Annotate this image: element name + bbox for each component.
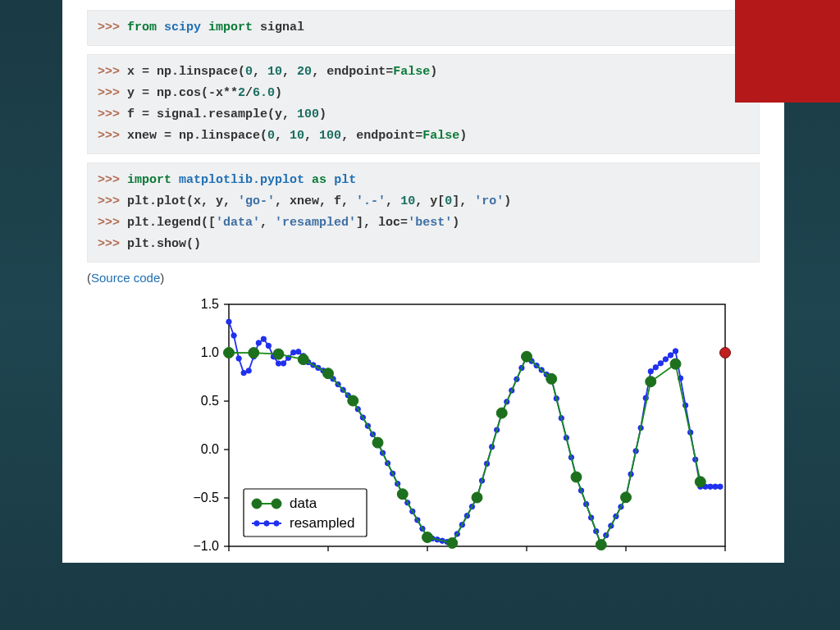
num: 6.0 xyxy=(253,86,275,100)
num: 20 xyxy=(297,65,312,79)
svg-point-117 xyxy=(713,484,718,489)
kw-import: import xyxy=(127,173,171,187)
svg-point-142 xyxy=(252,499,262,509)
prompt: >>> xyxy=(98,129,127,143)
code-text: ) xyxy=(319,107,326,121)
prompt: >>> xyxy=(98,237,127,251)
code-text: plt.legend([ xyxy=(127,216,216,230)
false-literal: False xyxy=(393,65,430,79)
svg-point-133 xyxy=(571,472,582,482)
svg-point-129 xyxy=(472,492,482,503)
svg-point-138 xyxy=(695,477,705,487)
code-text: signal xyxy=(253,21,304,34)
svg-text:1.5: 1.5 xyxy=(201,297,219,311)
code-text: / xyxy=(245,86,253,100)
svg-point-30 xyxy=(281,361,285,366)
svg-text:1.0: 1.0 xyxy=(201,345,219,359)
svg-text:data: data xyxy=(290,495,317,511)
code-text: , y[ xyxy=(415,194,445,208)
str: 'ro' xyxy=(474,194,504,208)
svg-point-104 xyxy=(648,369,653,374)
code-text: ) xyxy=(459,129,467,143)
svg-text:−0.5: −0.5 xyxy=(193,491,219,504)
svg-point-19 xyxy=(226,319,231,324)
svg-point-118 xyxy=(718,484,723,489)
code-text: ) xyxy=(275,86,282,100)
svg-point-134 xyxy=(596,540,606,550)
code-text: x = np.linspace( xyxy=(127,65,245,79)
svg-text:0.5: 0.5 xyxy=(201,394,219,408)
code-text: ], loc= xyxy=(356,216,408,230)
svg-point-126 xyxy=(397,489,408,500)
num: 10 xyxy=(400,194,415,208)
prompt: >>> xyxy=(98,173,127,187)
code-text: , xnew, f, xyxy=(275,194,356,208)
code-text: y = np.cos(-x** xyxy=(127,86,238,100)
svg-point-121 xyxy=(273,349,284,359)
str: 'go-' xyxy=(238,194,275,208)
code-text: ) xyxy=(452,216,459,230)
svg-point-20 xyxy=(231,333,236,338)
svg-point-122 xyxy=(298,354,308,365)
svg-point-32 xyxy=(290,349,295,354)
svg-point-128 xyxy=(447,537,458,548)
svg-point-132 xyxy=(546,373,557,384)
svg-point-25 xyxy=(256,340,261,345)
paren: ) xyxy=(160,271,164,285)
svg-point-147 xyxy=(264,521,269,526)
svg-point-131 xyxy=(522,351,532,362)
code-text: , endpoint= xyxy=(341,129,422,143)
svg-point-135 xyxy=(621,492,632,503)
chart-svg: −1.0−0.50.00.51.01.5dataresampled xyxy=(94,296,742,555)
svg-point-116 xyxy=(708,484,713,489)
code-text: , xyxy=(386,194,400,208)
mod-mpl: matplotlib.pyplot xyxy=(179,173,304,187)
svg-text:0.0: 0.0 xyxy=(201,442,219,456)
num: 100 xyxy=(319,129,341,143)
prompt: >>> xyxy=(98,65,127,79)
kw-from: from xyxy=(127,21,157,34)
code-text: ) xyxy=(430,65,437,79)
svg-text:resampled: resampled xyxy=(290,515,354,531)
code-block-1: >>> from scipy import signal xyxy=(87,10,760,46)
svg-point-123 xyxy=(323,368,334,379)
false-literal: False xyxy=(422,129,459,143)
kw-as: as xyxy=(312,173,326,187)
code-text: , xyxy=(260,216,275,230)
slide-body: >>> from scipy import signal >>> x = np.… xyxy=(62,0,784,563)
svg-point-119 xyxy=(224,348,235,358)
code-text: , endpoint= xyxy=(312,65,393,79)
code-block-3: >>> import matplotlib.pyplot as plt >>> … xyxy=(87,162,760,262)
svg-point-29 xyxy=(276,361,281,366)
svg-point-106 xyxy=(658,361,663,366)
svg-point-120 xyxy=(249,348,259,358)
code-text: ], xyxy=(452,194,474,208)
code-text: plt.show() xyxy=(127,237,201,251)
chart: −1.0−0.50.00.51.01.5dataresampled xyxy=(94,296,760,555)
svg-point-143 xyxy=(272,499,281,509)
svg-point-21 xyxy=(236,356,241,361)
code-text: ) xyxy=(504,194,511,208)
svg-point-148 xyxy=(274,521,279,526)
str: '.-' xyxy=(356,194,386,208)
alias-plt: plt xyxy=(334,173,356,187)
num: 0 xyxy=(267,129,275,143)
svg-point-137 xyxy=(670,358,681,369)
num: 10 xyxy=(267,65,282,79)
svg-point-125 xyxy=(372,437,383,448)
svg-text:−1.0: −1.0 xyxy=(193,539,219,553)
svg-point-146 xyxy=(254,521,259,526)
str: 'resampled' xyxy=(275,216,356,230)
num: 2 xyxy=(238,86,245,100)
svg-point-127 xyxy=(422,532,433,543)
prompt: >>> xyxy=(98,194,127,208)
num: 100 xyxy=(297,107,319,121)
num: 10 xyxy=(290,129,304,143)
svg-point-124 xyxy=(348,395,358,406)
svg-point-23 xyxy=(246,368,251,373)
source-code-link[interactable]: Source code xyxy=(91,271,160,285)
num: 0 xyxy=(245,65,253,79)
prompt: >>> xyxy=(98,216,127,230)
svg-point-27 xyxy=(266,343,271,348)
num: 0 xyxy=(445,194,452,208)
